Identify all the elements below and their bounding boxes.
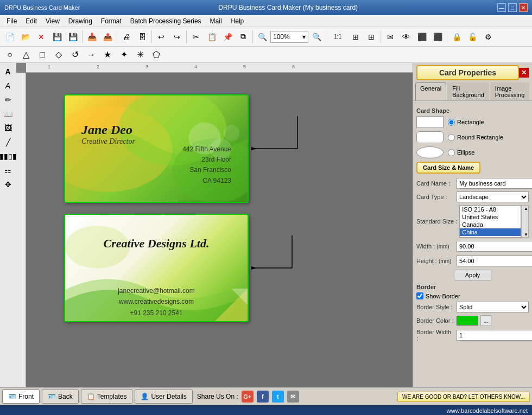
border-width-input[interactable] [457,330,532,341]
menu-file[interactable]: File [2,16,21,26]
front-tab[interactable]: 🪪 Front [2,390,40,404]
close-props-button[interactable]: ✕ [519,68,529,78]
save-button[interactable]: 💾 [49,29,65,44]
open-button[interactable]: 📂 [18,29,33,44]
round-rectangle-radio[interactable] [448,134,455,141]
facebook-button[interactable]: f [257,391,269,403]
export-button[interactable]: 📤 [100,29,115,44]
arrow-right-tool[interactable]: → [84,47,99,62]
templates-tab[interactable]: 📋 Templates [81,390,133,404]
round-rect-radio-label[interactable]: Round Rectangle [448,134,503,141]
card-back[interactable]: Creative Designs Ltd. janecreative@hotma… [64,214,249,322]
size-canada[interactable]: Canada [460,221,521,228]
grid-button[interactable]: ⊞ [364,29,379,44]
border-color-preview[interactable] [457,316,478,325]
svg-point-0 [65,106,173,192]
zoom-out-button[interactable]: 🔍 [309,29,324,44]
line-tool[interactable]: ╱ [2,136,15,149]
card-front[interactable]: Jane Deo Creative Director 442 Fifth Ave… [64,94,249,203]
move-tool[interactable]: ✥ [2,178,15,191]
book-tool[interactable]: 📖 [2,107,15,120]
star2-tool[interactable]: ✦ [116,47,131,62]
copy-button[interactable]: 📋 [204,29,219,44]
tab-general[interactable]: General [415,82,446,100]
fit-button[interactable]: ⊞ [348,29,363,44]
arrow-tool[interactable]: ↺ [67,47,83,62]
menu-view[interactable]: View [41,16,64,26]
db-button[interactable]: 🗄 [135,29,150,44]
canvas-workspace[interactable]: Jane Deo Creative Director 442 Fifth Ave… [26,73,413,387]
circle-tool[interactable]: ○ [2,47,17,62]
minimize-button[interactable]: — [497,3,506,12]
email-share-button[interactable]: ✉ [287,391,299,403]
star-tool[interactable]: ★ [100,47,115,62]
maximize-button[interactable]: □ [508,3,517,12]
triangle-tool[interactable]: △ [18,47,34,62]
menu-drawing[interactable]: Drawing [64,16,97,26]
actual-size-button[interactable]: 1:1 [328,29,347,44]
show-border-checkbox[interactable] [416,292,423,299]
listbox-scroll-up[interactable]: ▲ [522,206,530,211]
back-tab[interactable]: 🪪 Back [42,390,79,404]
size-china[interactable]: China [460,228,521,236]
card-type-select[interactable]: Landscape Portrait [457,191,529,202]
menu-batch[interactable]: Batch Processing Series [126,16,206,26]
rectangle-radio-label[interactable]: Rectangle [448,119,484,126]
listbox-scroll-down[interactable]: ▼ [522,232,530,237]
italic-text-tool[interactable]: A [2,79,15,92]
preview-button[interactable]: 👁 [398,29,414,44]
size-iso216[interactable]: ISO 216 - A8 [460,206,521,213]
paste-button[interactable]: 📌 [220,29,235,44]
align-right-button[interactable]: ⬛ [430,29,445,44]
height-input[interactable] [457,256,532,266]
new-button[interactable]: 📄 [2,29,17,44]
card-type-row: Card Type : Landscape Portrait [416,191,529,202]
tab-image-processing[interactable]: Image Processing [490,82,529,100]
pen-tool[interactable]: ✏ [2,93,15,106]
feedback-button[interactable]: WE ARE GOOD OR BAD? LET OTHERS KNOW... [397,392,530,402]
undo-button[interactable]: ↩ [154,29,169,44]
barcode-tool[interactable]: ▮▮▯▮ [2,150,15,163]
rectangle-radio[interactable] [448,119,455,126]
tab-fill-background[interactable]: Fill Background [447,82,489,100]
user-details-tab[interactable]: 👤 User Details [135,390,192,404]
qr-tool[interactable]: ⚏ [2,164,15,177]
card-size-name-button[interactable]: Card Size & Name [416,162,480,174]
size-united-states[interactable]: United States [460,213,521,221]
cut-button[interactable]: ✂ [188,29,204,44]
asterisk-tool[interactable]: ✳ [132,47,148,62]
zoom-in-icon[interactable]: 🔍 [255,29,270,44]
lock-button[interactable]: 🔒 [449,29,464,44]
close-button[interactable]: ✕ [34,29,49,44]
text-tool[interactable]: A [2,65,15,78]
save-as-button[interactable]: 💾 [65,29,80,44]
border-style-select[interactable]: Solid Dashed Dotted Double [457,302,529,312]
diamond-tool[interactable]: ◇ [51,47,66,62]
menu-help[interactable]: Help [226,16,249,26]
standard-size-listbox[interactable]: ISO 216 - A8 United States Canada China [459,205,521,238]
close-window-button[interactable]: ✕ [519,3,528,12]
print-button[interactable]: 🖨 [119,29,134,44]
width-input[interactable] [457,241,532,252]
polygon-tool[interactable]: ⬠ [149,47,164,62]
ellipse-radio-label[interactable]: Ellipse [448,149,474,156]
twitter-button[interactable]: t [272,391,284,403]
menu-format[interactable]: Format [97,16,126,26]
align-left-button[interactable]: ⬛ [414,29,429,44]
apply-button[interactable]: Apply [454,270,492,280]
unlock-button[interactable]: 🔓 [465,29,480,44]
menu-mail[interactable]: Mail [206,16,226,26]
google-plus-button[interactable]: G+ [242,391,254,403]
redo-button[interactable]: ↪ [169,29,185,44]
clone-button[interactable]: ⧉ [236,29,251,44]
border-color-picker-button[interactable]: ... [480,315,491,326]
settings-button[interactable]: ⚙ [480,29,496,44]
rectangle-tool[interactable]: □ [35,47,50,62]
ellipse-radio[interactable] [448,149,455,156]
card-name-input[interactable] [457,178,532,189]
import-button[interactable]: 📥 [84,29,99,44]
menu-edit[interactable]: Edit [21,16,41,26]
listbox-scrollbar[interactable]: ▲ ▼ [521,205,529,238]
mail-button[interactable]: ✉ [383,29,398,44]
image-tool[interactable]: 🖼 [2,122,15,135]
